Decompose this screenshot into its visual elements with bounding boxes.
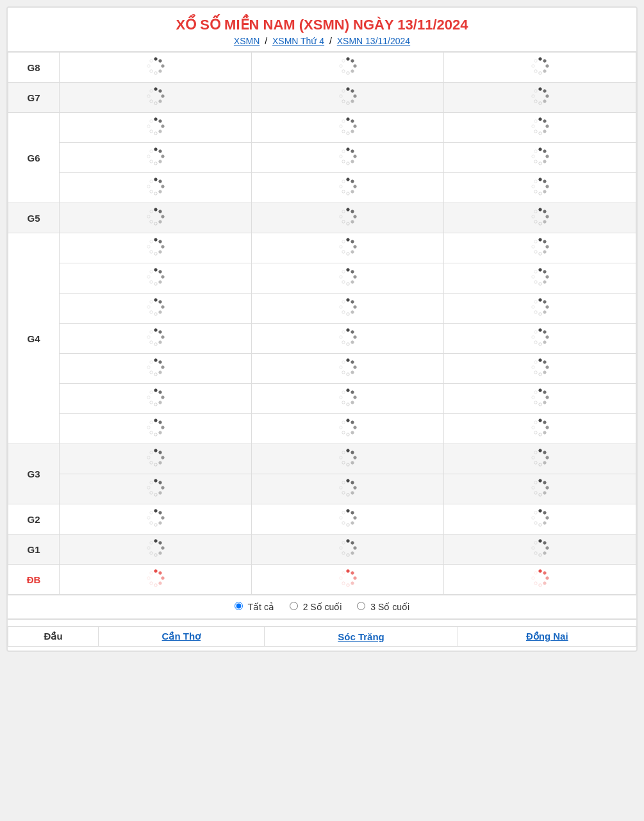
svg-point-335 xyxy=(534,451,536,454)
radio-2so-label[interactable]: 2 Số cuối xyxy=(290,602,345,612)
svg-point-327 xyxy=(342,451,344,454)
bottom-cantho-cell: Cần Thơ xyxy=(99,627,264,647)
svg-point-122 xyxy=(161,215,163,218)
svg-point-112 xyxy=(538,178,541,181)
svg-point-231 xyxy=(342,331,344,333)
svg-point-251 xyxy=(351,371,353,374)
svg-point-385 xyxy=(158,542,161,544)
svg-point-318 xyxy=(147,456,149,459)
svg-point-144 xyxy=(154,238,156,241)
svg-point-227 xyxy=(351,341,353,344)
svg-point-135 xyxy=(342,210,344,213)
svg-point-414 xyxy=(147,577,149,579)
svg-point-187 xyxy=(543,281,545,283)
breadcrumb-link-thu4[interactable]: XSMN Thứ 4 xyxy=(272,36,324,46)
svg-point-98 xyxy=(161,185,163,188)
svg-point-375 xyxy=(342,511,344,514)
svg-point-300 xyxy=(346,433,349,436)
radio-all[interactable] xyxy=(235,602,243,610)
svg-point-359 xyxy=(534,481,536,484)
svg-point-15 xyxy=(342,60,344,62)
svg-point-417 xyxy=(351,572,353,574)
svg-point-337 xyxy=(158,481,161,484)
svg-point-204 xyxy=(346,313,349,315)
bottom-dongnai-link[interactable]: Đồng Nai xyxy=(526,631,568,642)
loading-spinner xyxy=(531,177,550,196)
table-row-g2: G2 xyxy=(8,504,636,535)
loading-spinner xyxy=(531,117,550,136)
svg-point-84 xyxy=(346,162,349,165)
svg-point-405 xyxy=(534,552,536,554)
svg-point-339 xyxy=(158,492,161,494)
svg-point-270 xyxy=(147,396,149,399)
svg-point-201 xyxy=(351,301,353,303)
svg-point-196 xyxy=(154,313,156,315)
page-container: XỔ SỐ MIỀN NAM (XSMN) NGÀY 13/11/2024 XS… xyxy=(6,6,638,652)
svg-point-326 xyxy=(339,456,342,459)
svg-point-132 xyxy=(346,222,349,225)
radio-3so[interactable] xyxy=(357,602,365,610)
bottom-cantho-link[interactable]: Cần Thơ xyxy=(162,631,201,642)
svg-point-258 xyxy=(545,366,548,369)
loading-spinner xyxy=(531,297,550,317)
loading-spinner xyxy=(531,358,550,377)
breadcrumb-link-xsmn[interactable]: XSMN xyxy=(234,36,260,46)
svg-point-43 xyxy=(543,100,545,103)
radio-2so[interactable] xyxy=(290,602,298,610)
svg-point-170 xyxy=(161,276,163,278)
table-row-g3-1: G3 xyxy=(8,444,636,474)
loading-spinner xyxy=(531,538,550,558)
g5-label: G5 xyxy=(8,203,60,233)
loading-spinner xyxy=(338,117,358,136)
svg-point-355 xyxy=(543,492,545,494)
svg-point-191 xyxy=(534,270,536,273)
loading-spinner xyxy=(531,418,550,437)
svg-point-67 xyxy=(543,130,545,133)
g6-label: G6 xyxy=(8,113,60,203)
svg-point-3 xyxy=(158,70,161,72)
svg-point-295 xyxy=(149,421,152,424)
svg-point-345 xyxy=(351,481,353,484)
svg-point-296 xyxy=(346,419,349,422)
svg-point-302 xyxy=(339,426,342,429)
radio-all-label[interactable]: Tất cả xyxy=(235,602,277,612)
radio-2so-text: 2 Số cuối xyxy=(303,602,342,612)
svg-point-234 xyxy=(545,336,548,338)
svg-point-178 xyxy=(353,276,356,278)
svg-point-151 xyxy=(149,240,152,243)
svg-point-111 xyxy=(342,180,344,183)
svg-point-373 xyxy=(342,522,344,524)
svg-point-395 xyxy=(351,552,353,554)
bottom-soctrang-cell: Sóc Trăng xyxy=(264,627,458,647)
svg-point-17 xyxy=(543,60,545,62)
svg-point-125 xyxy=(149,220,152,223)
bottom-dau-label: Đầu xyxy=(8,627,99,647)
svg-point-115 xyxy=(543,190,545,193)
svg-point-267 xyxy=(158,401,161,404)
svg-point-161 xyxy=(543,240,545,243)
loading-spinner xyxy=(338,418,358,437)
svg-point-186 xyxy=(545,276,548,278)
svg-point-330 xyxy=(545,456,548,459)
radio-3so-label[interactable]: 3 Số cuối xyxy=(357,602,409,612)
svg-point-33 xyxy=(351,90,353,92)
loading-spinner xyxy=(146,147,165,166)
svg-point-313 xyxy=(158,451,161,454)
svg-point-219 xyxy=(158,341,161,344)
svg-point-126 xyxy=(147,215,149,218)
svg-point-71 xyxy=(534,120,536,122)
svg-point-418 xyxy=(353,577,356,579)
svg-point-20 xyxy=(538,72,541,74)
svg-point-402 xyxy=(545,547,548,549)
svg-point-403 xyxy=(543,552,545,554)
svg-point-183 xyxy=(342,270,344,273)
bottom-soctrang-link[interactable]: Sóc Trăng xyxy=(338,631,384,642)
breadcrumb-link-date[interactable]: XSMN 13/11/2024 xyxy=(337,36,410,46)
svg-point-389 xyxy=(149,552,152,554)
table-row-g6-1: G6 xyxy=(8,113,636,143)
svg-point-202 xyxy=(353,306,356,308)
svg-point-2 xyxy=(161,65,163,67)
svg-point-119 xyxy=(534,180,536,183)
svg-point-230 xyxy=(339,336,342,338)
svg-point-63 xyxy=(342,120,344,122)
